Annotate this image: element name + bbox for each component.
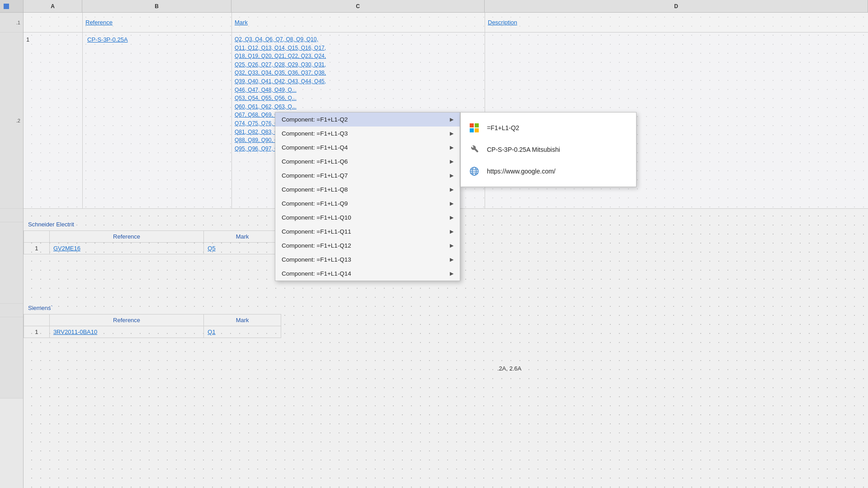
cell-d1: Description (485, 13, 868, 32)
cell-b2: CP-S-3P-0.25A (82, 33, 231, 208)
cell-a2: 1 (24, 33, 82, 208)
arrow-icon-3: ▶ (450, 159, 453, 164)
schneider-mark-link[interactable]: Q5 (208, 245, 215, 252)
arrow-icon-1: ▶ (450, 131, 453, 136)
corner-cell (0, 0, 24, 12)
schneider-row1-mark: Q5 (204, 243, 281, 254)
menu-item-q6[interactable]: Component: =F1+L1-Q6 ▶ (275, 155, 460, 169)
submenu-item-wrench[interactable]: CP-S-3P-0.25A Mitsubishi (461, 139, 636, 160)
arrow-icon-6: ▶ (450, 201, 453, 206)
siemens-row1-num: 1 (24, 326, 50, 338)
formula-icon (468, 122, 481, 134)
arrow-icon-2: ▶ (450, 145, 453, 150)
row2-reference[interactable]: CP-S-3P-0.25A (87, 36, 128, 43)
siemens-row1-ref: 3RV2011-0BA10 (49, 326, 203, 338)
mark-header[interactable]: Mark (235, 19, 248, 26)
cell-selector[interactable] (4, 4, 9, 9)
menu-item-q8[interactable]: Component: =F1+L1-Q8 ▶ (275, 183, 460, 197)
menu-item-q13[interactable]: Component: =F1+L1-Q13 ▶ (275, 253, 460, 267)
row2-num: 1 (26, 36, 29, 43)
menu-item-q14[interactable]: Component: =F1+L1-Q14 ▶ (275, 267, 460, 281)
menu-item-q11[interactable]: Component: =F1+L1-Q11 ▶ (275, 225, 460, 239)
row-num-3 (0, 209, 23, 222)
submenu-wrench-text: CP-S-3P-0.25A Mitsubishi (487, 146, 560, 153)
col-header-d: D (485, 0, 868, 12)
submenu-item-globe[interactable]: https://www.google.com/ (461, 160, 636, 182)
schneider-row1-num: 1 (24, 243, 50, 254)
svg-rect-0 (470, 123, 474, 127)
cell-c1: Mark (231, 13, 485, 32)
wrench-icon (468, 143, 481, 156)
col-header-c: C (231, 0, 485, 12)
row-num-4 (0, 222, 23, 304)
arrow-icon-4: ▶ (450, 173, 453, 178)
schneider-ref-link[interactable]: GV2ME16 (53, 245, 80, 252)
siemens-col-mark: Mark (204, 314, 281, 326)
description-header[interactable]: Description (488, 19, 517, 26)
siemens-title: Siemens` (24, 302, 281, 314)
row-num-6 (0, 317, 23, 399)
arrow-icon-9: ▶ (450, 243, 453, 249)
context-menu[interactable]: Component: =F1+L1-Q2 ▶ Component: =F1+L1… (275, 112, 460, 281)
menu-item-q12[interactable]: Component: =F1+L1-Q12 ▶ (275, 239, 460, 253)
col-header-b: B (82, 0, 231, 12)
schneider-header-row: Reference Mark (24, 231, 281, 243)
schneider-row1-ref: GV2ME16 (49, 243, 203, 254)
submenu-globe-text: https://www.google.com/ (487, 168, 556, 175)
svg-rect-2 (470, 128, 474, 132)
siemens-row-1: 1 3RV2011-0BA10 Q1 (24, 326, 281, 338)
arrow-icon-10: ▶ (450, 257, 453, 263)
siemens-table: Reference Mark 1 (24, 314, 281, 338)
reference-header[interactable]: Reference (85, 19, 113, 26)
row-num-1: .1 (0, 13, 23, 33)
schneider-table: Reference Mark 1 (24, 230, 281, 254)
submenu-item-formula[interactable]: =F1+L1-Q2 (461, 117, 636, 139)
col-header-a: A (24, 0, 82, 12)
schneider-row-1: 1 GV2ME16 Q5 (24, 243, 281, 254)
menu-item-q7[interactable]: Component: =F1+L1-Q7 ▶ (275, 169, 460, 183)
row-number-column: .1 .2 (0, 13, 24, 488)
schneider-col-mark: Mark (204, 231, 281, 243)
siemens-desc-partial: .2A, 2.6A (497, 365, 521, 372)
siemens-section: Siemens` Reference Mark (24, 302, 281, 338)
svg-rect-3 (475, 128, 479, 132)
column-headers: A B C D (0, 0, 868, 13)
submenu-formula-text: =F1+L1-Q2 (487, 124, 519, 131)
arrow-icon-0: ▶ (450, 117, 453, 122)
arrow-icon-8: ▶ (450, 229, 453, 235)
cell-a1 (24, 13, 82, 32)
menu-item-q2[interactable]: Component: =F1+L1-Q2 ▶ (275, 113, 460, 127)
schneider-col-num (24, 231, 50, 243)
siemens-row1-mark: Q1 (204, 326, 281, 338)
spreadsheet: A B C D .1 .2 (0, 0, 868, 488)
arrow-icon-7: ▶ (450, 215, 453, 221)
schneider-title: Schneider Electrit (24, 218, 281, 230)
header-row: Reference Mark Description (24, 13, 868, 33)
schneider-section: Schneider Electrit Reference Mark (24, 218, 281, 254)
siemens-mark-link[interactable]: Q1 (208, 328, 215, 335)
siemens-header-row: Reference Mark (24, 314, 281, 326)
submenu[interactable]: =F1+L1-Q2 CP-S-3P-0.25A Mitsubishi htt (460, 112, 637, 187)
globe-icon (468, 165, 481, 178)
siemens-ref-link[interactable]: 3RV2011-0BA10 (53, 328, 97, 335)
menu-item-q10[interactable]: Component: =F1+L1-Q10 ▶ (275, 211, 460, 225)
cell-b1: Reference (82, 13, 231, 32)
siemens-col-ref: Reference (49, 314, 203, 326)
menu-item-q3[interactable]: Component: =F1+L1-Q3 ▶ (275, 127, 460, 141)
siemens-col-num (24, 314, 50, 326)
arrow-icon-5: ▶ (450, 187, 453, 192)
menu-item-q9[interactable]: Component: =F1+L1-Q9 ▶ (275, 197, 460, 211)
svg-rect-1 (475, 123, 479, 127)
menu-item-q4[interactable]: Component: =F1+L1-Q4 ▶ (275, 141, 460, 155)
row-num-2: .2 (0, 33, 23, 209)
row-num-5 (0, 304, 23, 317)
arrow-icon-11: ▶ (450, 271, 453, 277)
schneider-col-ref: Reference (49, 231, 203, 243)
